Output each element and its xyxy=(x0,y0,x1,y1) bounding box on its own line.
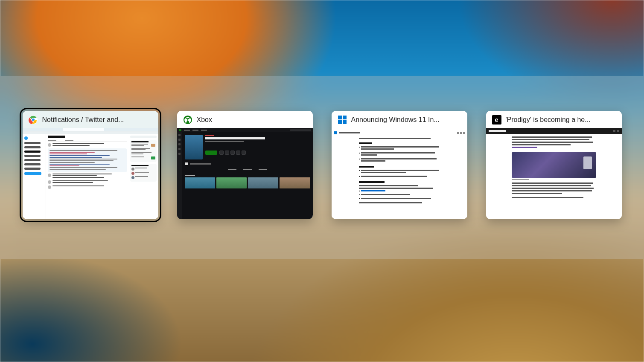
window-card-twitter[interactable]: Notifications / Twitter and... xyxy=(23,111,158,219)
window-title: Xbox xyxy=(197,116,307,124)
window-titlebar: Announcing Windows 11 In... xyxy=(332,111,467,128)
task-view-row: Notifications / Twitter and... xyxy=(0,111,644,219)
window-thumbnail xyxy=(23,128,158,219)
window-titlebar: Xbox xyxy=(177,111,313,128)
window-title: Announcing Windows 11 In... xyxy=(351,116,461,124)
svg-point-3 xyxy=(33,120,36,123)
window-titlebar: e 'Prodigy' is becoming a he... xyxy=(486,111,622,128)
engadget-icon: e xyxy=(492,115,501,125)
window-thumbnail xyxy=(332,128,467,219)
xbox-icon xyxy=(183,115,192,125)
chrome-icon xyxy=(29,115,38,125)
window-title: 'Prodigy' is becoming a he... xyxy=(506,116,616,124)
window-thumbnail xyxy=(177,128,313,219)
window-card-winblog[interactable]: Announcing Windows 11 In... xyxy=(332,111,467,219)
window-card-xbox[interactable]: Xbox xyxy=(177,111,313,219)
window-title: Notifications / Twitter and... xyxy=(42,116,152,124)
window-thumbnail xyxy=(486,128,622,219)
windows-icon xyxy=(338,115,347,125)
window-card-engadget[interactable]: e 'Prodigy' is becoming a he... xyxy=(486,111,622,219)
window-titlebar: Notifications / Twitter and... xyxy=(23,111,158,128)
